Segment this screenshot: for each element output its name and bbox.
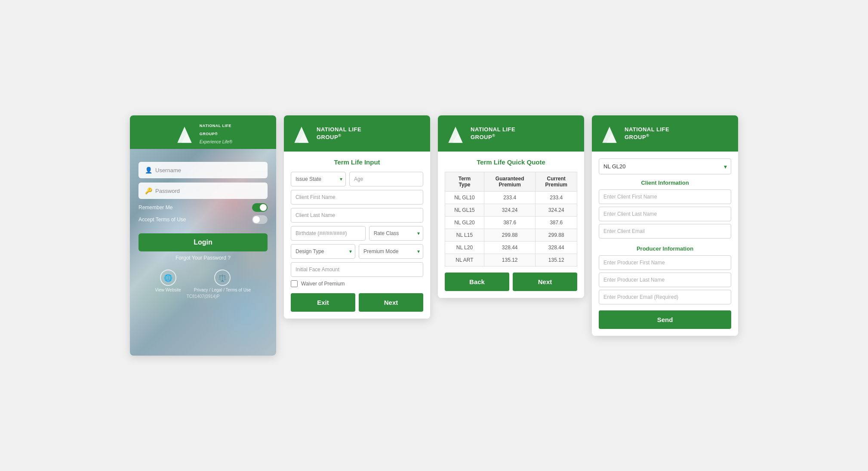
- toggle-knob-2: [253, 216, 260, 223]
- login-body: 👤 🔑 Remember Me Accept Terms of Use: [130, 149, 276, 356]
- rate-class-select[interactable]: Rate Class: [369, 226, 423, 241]
- quote-table: TermType GuaranteedPremium CurrentPremiu…: [445, 172, 577, 266]
- send-button[interactable]: Send: [599, 310, 731, 329]
- current-cell: 387.6: [536, 217, 577, 229]
- client-first-name-field[interactable]: [599, 189, 731, 204]
- guaranteed-cell: 324.24: [484, 204, 536, 217]
- s3-logo: NATIONAL LIFEGROUP®: [445, 123, 515, 145]
- user-icon: 👤: [145, 167, 152, 174]
- s3-brand-name: NATIONAL LIFEGROUP®: [471, 126, 515, 141]
- producer-section-title: Producer Information: [599, 245, 731, 252]
- s2-row-1: Issue State: [291, 172, 423, 186]
- premium-mode-select[interactable]: Premium Mode: [359, 244, 423, 259]
- legal-icon: ⚖️: [214, 270, 231, 286]
- issue-state-select[interactable]: Issue State: [291, 172, 346, 186]
- s3-next-button[interactable]: Next: [513, 273, 577, 291]
- term-type-cell: NL GL20: [445, 217, 484, 229]
- website-icon-item[interactable]: 🌐 View Website: [155, 270, 181, 292]
- client-section-title: Client Information: [599, 180, 731, 186]
- accept-terms-row: Accept Terms of Use: [139, 215, 268, 224]
- s4-body: NL GL20NL GL10NL GL15NL L15NL L20NL ART …: [592, 152, 738, 336]
- producer-first-name-field[interactable]: [599, 255, 731, 270]
- remember-me-toggle[interactable]: [252, 203, 268, 212]
- s2-header: NATIONAL LIFEGROUP®: [284, 115, 430, 152]
- face-amount-input[interactable]: [291, 262, 423, 277]
- login-form: 👤 🔑 Remember Me Accept Terms of Use: [130, 149, 276, 312]
- guaranteed-cell: 328.44: [484, 242, 536, 254]
- username-input[interactable]: [155, 167, 261, 174]
- s3-logo-triangle-icon: [445, 123, 466, 145]
- term-type-cell: NL L15: [445, 229, 484, 242]
- issue-state-wrapper[interactable]: Issue State: [291, 172, 346, 186]
- exit-button[interactable]: Exit: [291, 293, 355, 312]
- client-last-name-field[interactable]: [599, 207, 731, 221]
- client-first-name-input[interactable]: [291, 190, 423, 205]
- login-header: National Life Group® Experience Life®: [130, 115, 276, 149]
- term-type-cell: NL GL15: [445, 204, 484, 217]
- term-type-cell: NL L20: [445, 242, 484, 254]
- current-cell: 233.4: [536, 192, 577, 204]
- accept-terms-toggle[interactable]: [252, 215, 268, 224]
- premium-mode-wrapper[interactable]: Premium Mode: [359, 244, 423, 259]
- s2-title: Term Life Input: [291, 158, 423, 166]
- s2-logo-triangle-icon: [291, 123, 312, 145]
- s2-brand-name: NATIONAL LIFEGROUP®: [317, 126, 361, 141]
- s2-next-button[interactable]: Next: [359, 293, 423, 312]
- logo-area: National Life Group® Experience Life®: [174, 123, 232, 145]
- guaranteed-cell: 135.12: [484, 254, 536, 266]
- age-input[interactable]: [349, 172, 423, 186]
- brand-name: National Life Group®: [200, 124, 232, 139]
- remember-me-row: Remember Me: [139, 203, 268, 212]
- back-button[interactable]: Back: [445, 273, 509, 291]
- term-type-cell: NL ART: [445, 254, 484, 266]
- waiver-label: Waiver of Premium: [301, 281, 345, 287]
- remember-me-label: Remember Me: [139, 205, 172, 211]
- waiver-checkbox[interactable]: [291, 280, 298, 287]
- table-row[interactable]: NL GL20 387.6 387.6: [445, 217, 577, 229]
- client-email-field[interactable]: [599, 224, 731, 239]
- s2-btn-row: Exit Next: [291, 293, 423, 312]
- s2-row-3: [291, 208, 423, 223]
- guaranteed-cell: 387.6: [484, 217, 536, 229]
- table-row[interactable]: NL GL15 324.24 324.24: [445, 204, 577, 217]
- legal-label: Privacy / Legal / Terms of Use: [194, 288, 251, 292]
- term-type-cell: NL GL10: [445, 192, 484, 204]
- guaranteed-cell: 299.88: [484, 229, 536, 242]
- s4-logo-triangle-icon: [599, 123, 620, 145]
- current-cell: 324.24: [536, 204, 577, 217]
- producer-last-name-field[interactable]: [599, 273, 731, 287]
- col-term-type: TermType: [445, 172, 484, 192]
- s3-body: Term Life Quick Quote TermType Guarantee…: [438, 152, 584, 298]
- s3-header: NATIONAL LIFEGROUP®: [438, 115, 584, 152]
- login-screen: National Life Group® Experience Life® 👤 …: [130, 115, 276, 356]
- password-field-wrapper[interactable]: 🔑: [139, 183, 268, 199]
- birthdate-input[interactable]: [291, 226, 366, 241]
- lock-icon: 🔑: [145, 187, 152, 194]
- website-label: View Website: [155, 288, 181, 292]
- s2-body: Term Life Input Issue State Rat: [284, 152, 430, 319]
- legal-icon-item[interactable]: ⚖️ Privacy / Legal / Terms of Use: [194, 270, 251, 292]
- product-select[interactable]: NL GL20NL GL10NL GL15NL L15NL L20NL ART: [599, 158, 731, 174]
- design-type-wrapper[interactable]: Design Type: [291, 244, 355, 259]
- table-row[interactable]: NL GL10 233.4 233.4: [445, 192, 577, 204]
- term-life-input-screen: NATIONAL LIFEGROUP® Term Life Input Issu…: [284, 115, 430, 319]
- current-cell: 328.44: [536, 242, 577, 254]
- table-row[interactable]: NL L20 328.44 328.44: [445, 242, 577, 254]
- table-row[interactable]: NL ART 135.12 135.12: [445, 254, 577, 266]
- s3-btn-row: Back Next: [445, 273, 577, 291]
- producer-email-field[interactable]: [599, 290, 731, 304]
- tc-code: TC81407(0914)P: [139, 294, 268, 303]
- s2-row-5: Design Type Premium Mode: [291, 244, 423, 259]
- login-button[interactable]: Login: [139, 233, 268, 251]
- client-last-name-input[interactable]: [291, 208, 423, 223]
- design-type-select[interactable]: Design Type: [291, 244, 355, 259]
- forgot-password-link[interactable]: Forgot Your Password ?: [139, 255, 268, 261]
- product-select-wrapper[interactable]: NL GL20NL GL10NL GL15NL L15NL L20NL ART: [599, 158, 731, 174]
- footer-icons: 🌐 View Website ⚖️ Privacy / Legal / Term…: [139, 270, 268, 292]
- toggle-knob: [260, 204, 267, 211]
- table-row[interactable]: NL L15 299.88 299.88: [445, 229, 577, 242]
- rate-class-wrapper[interactable]: Rate Class: [369, 226, 423, 241]
- password-input[interactable]: [155, 188, 261, 194]
- s2-row-4: Rate Class: [291, 226, 423, 241]
- username-field-wrapper[interactable]: 👤: [139, 162, 268, 178]
